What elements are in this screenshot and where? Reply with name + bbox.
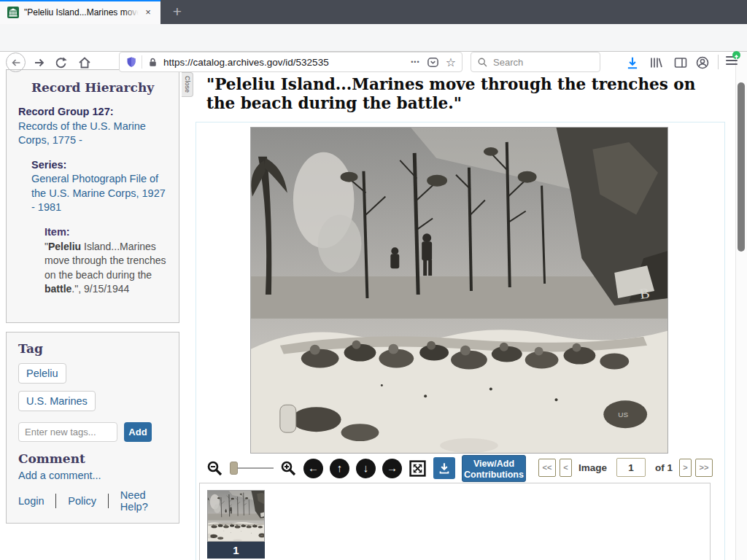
tag-chip[interactable]: Peleliu xyxy=(18,363,66,384)
link-separator xyxy=(108,494,109,508)
url-bar[interactable]: ••• ☆ xyxy=(119,52,462,72)
view-add-contributions-button[interactable]: View/Add Contributions xyxy=(462,455,526,482)
update-badge-icon xyxy=(732,51,740,59)
pan-left-button[interactable]: ← xyxy=(303,459,323,478)
tag-comment-panel: Tag Peleliu U.S. Marines Add Comment Add… xyxy=(6,332,179,524)
search-icon xyxy=(477,57,488,68)
image-count-label: of 1 xyxy=(655,462,673,473)
record-group-block: Record Group 127: Records of the U.S. Ma… xyxy=(18,105,167,148)
back-arrow-icon xyxy=(9,56,23,69)
pocket-icon[interactable] xyxy=(427,56,439,69)
page-title: "Peleliu Island...Marines move through t… xyxy=(206,75,701,113)
image-label: Image xyxy=(578,462,607,473)
thumbnail-number-badge: 1 xyxy=(207,542,265,559)
record-hierarchy-panel: Record Hierarchy Record Group 127: Recor… xyxy=(6,69,179,323)
page-actions-icon[interactable]: ••• xyxy=(411,58,419,66)
item-block: Item: "Peleliu Island...Marines move thr… xyxy=(44,225,167,297)
sidebar-close-tab[interactable]: Close xyxy=(182,72,193,97)
record-hierarchy-title: Record Hierarchy xyxy=(18,80,167,95)
archives-favicon-icon xyxy=(7,7,19,18)
comment-section-title: Comment xyxy=(18,451,167,466)
browser-window: B xyxy=(0,0,747,560)
previous-image-button[interactable]: < xyxy=(560,459,572,477)
navigation-toolbar: ••• ☆ xyxy=(0,24,747,52)
home-button[interactable] xyxy=(77,55,92,70)
back-button[interactable] xyxy=(6,52,26,72)
download-image-button[interactable] xyxy=(433,457,455,479)
thumbnail-item[interactable]: 1 xyxy=(207,490,265,559)
series-block: Series: General Photograph File of the U… xyxy=(31,158,167,215)
tag-section-title: Tag xyxy=(18,341,167,356)
zoom-in-button[interactable] xyxy=(280,460,297,477)
toolbar-divider xyxy=(718,55,719,69)
left-arrow-icon: ← xyxy=(308,462,319,474)
right-arrow-icon: → xyxy=(387,462,398,474)
library-button[interactable] xyxy=(649,55,663,70)
up-arrow-icon: ↑ xyxy=(337,462,343,474)
next-image-button[interactable]: > xyxy=(679,459,692,477)
series-label: Series: xyxy=(31,158,167,173)
series-link[interactable]: General Photograph File of the U.S. Mari… xyxy=(31,172,167,215)
pan-right-button[interactable]: → xyxy=(382,459,402,478)
record-photograph[interactable] xyxy=(250,127,668,454)
account-button[interactable] xyxy=(695,55,710,70)
pan-down-button[interactable]: ↓ xyxy=(356,459,376,478)
lock-icon[interactable] xyxy=(147,57,158,68)
urlbar-divider xyxy=(142,55,142,69)
tab-bar: "Peleliu Island...Marines move t × + xyxy=(0,0,747,24)
login-link[interactable]: Login xyxy=(18,495,44,507)
tab-title: "Peleliu Island...Marines move t xyxy=(24,7,139,18)
zoom-slider[interactable] xyxy=(230,461,274,475)
tracking-protection-shield-icon[interactable] xyxy=(125,56,137,68)
page-scrollbar-thumb[interactable] xyxy=(738,82,745,252)
url-input[interactable] xyxy=(163,57,404,68)
thumbnail-strip: 1 xyxy=(199,483,711,560)
sidebars-button[interactable] xyxy=(673,55,688,70)
link-separator xyxy=(55,494,56,508)
tag-chip[interactable]: U.S. Marines xyxy=(18,391,96,411)
image-pager: << < Image of 1 > >> xyxy=(538,456,713,478)
last-image-button[interactable]: >> xyxy=(695,459,713,477)
thumbnail-image[interactable] xyxy=(207,490,265,542)
need-help-link[interactable]: Need Help? xyxy=(120,489,167,513)
downloads-button[interactable] xyxy=(625,55,640,70)
image-viewer-panel: ← ↑ ↓ → View/Add Contributions xyxy=(196,122,725,560)
new-tab-button[interactable]: + xyxy=(165,0,190,24)
download-icon xyxy=(437,461,452,475)
tab-close-icon[interactable]: × xyxy=(142,6,155,19)
record-group-link[interactable]: Records of the U.S. Marine Corps, 1775 - xyxy=(18,120,167,148)
sidebar-footer-links: Login Policy Need Help? xyxy=(18,489,167,513)
zoom-out-button[interactable] xyxy=(206,460,223,477)
forward-button[interactable] xyxy=(32,55,47,70)
pan-up-button[interactable]: ↑ xyxy=(330,459,349,478)
item-description: "Peleliu Island...Marines move through t… xyxy=(44,240,167,297)
viewer-controls: ← ↑ ↓ → View/Add Contributions xyxy=(206,455,526,481)
browser-tab[interactable]: "Peleliu Island...Marines move t × xyxy=(0,0,160,24)
image-number-input[interactable] xyxy=(616,458,646,477)
down-arrow-icon: ↓ xyxy=(363,462,369,474)
zoom-slider-handle[interactable] xyxy=(230,462,238,475)
new-tag-input[interactable] xyxy=(18,422,117,442)
first-image-button[interactable]: << xyxy=(538,459,556,477)
policy-link[interactable]: Policy xyxy=(68,495,96,507)
item-label: Item: xyxy=(44,225,167,240)
search-input[interactable] xyxy=(493,57,581,68)
add-tag-button[interactable]: Add xyxy=(124,422,152,442)
add-comment-link[interactable]: Add a comment... xyxy=(18,470,167,481)
search-bar[interactable] xyxy=(471,52,600,72)
bookmark-star-icon[interactable]: ☆ xyxy=(446,55,456,69)
fullscreen-button[interactable] xyxy=(409,459,427,478)
reload-button[interactable] xyxy=(54,55,69,70)
record-group-label: Record Group 127: xyxy=(18,105,167,120)
